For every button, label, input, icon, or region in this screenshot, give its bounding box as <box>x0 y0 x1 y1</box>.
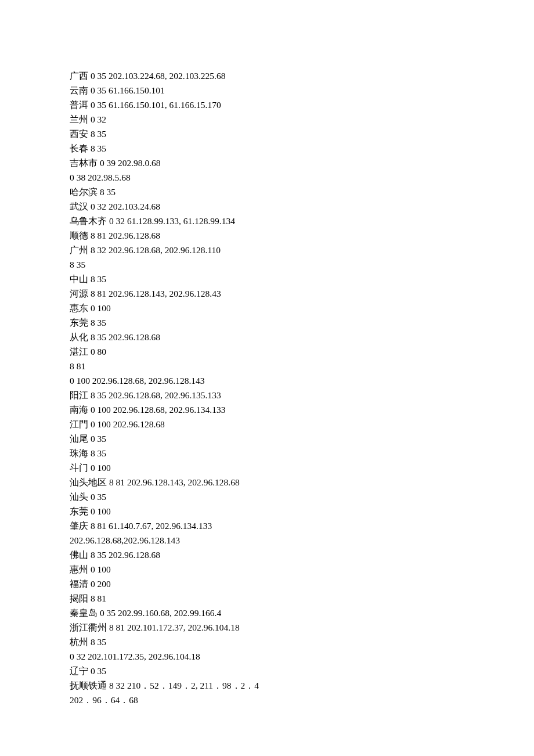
text-line: 0 38 202.98.5.68 <box>70 170 464 185</box>
text-line: 中山 8 35 <box>70 272 464 286</box>
text-line: 从化 8 35 202.96.128.68 <box>70 330 464 344</box>
text-line: 乌鲁木齐 0 32 61.128.99.133, 61.128.99.134 <box>70 214 464 228</box>
text-line: 江門 0 100 202.96.128.68 <box>70 417 464 431</box>
text-line: 湛江 0 80 <box>70 344 464 359</box>
text-line: 斗门 0 100 <box>70 460 464 475</box>
text-line: 河源 8 81 202.96.128.143, 202.96.128.43 <box>70 286 464 301</box>
text-line: 抚顺铁通 8 32 210．52．149．2, 211．98．2．4 <box>70 678 464 693</box>
text-line: 8 81 <box>70 359 464 373</box>
text-line: 西安 8 35 <box>70 127 464 141</box>
text-line: 顺德 8 81 202.96.128.68 <box>70 228 464 243</box>
text-line: 兰州 0 32 <box>70 112 464 127</box>
text-line: 东莞 8 35 <box>70 315 464 330</box>
text-line: 汕头地区 8 81 202.96.128.143, 202.96.128.68 <box>70 475 464 489</box>
text-line: 南海 0 100 202.96.128.68, 202.96.134.133 <box>70 402 464 417</box>
text-line: 浙江衢州 8 81 202.101.172.37, 202.96.104.18 <box>70 620 464 635</box>
text-line: 惠州 0 100 <box>70 562 464 577</box>
text-line: 杭州 8 35 <box>70 635 464 649</box>
text-line: 秦皇岛 0 35 202.99.160.68, 202.99.166.4 <box>70 606 464 620</box>
text-line: 揭阳 8 81 <box>70 591 464 606</box>
text-line: 佛山 8 35 202.96.128.68 <box>70 548 464 562</box>
text-line: 汕头 0 35 <box>70 489 464 504</box>
text-line: 吉林市 0 39 202.98.0.68 <box>70 156 464 170</box>
text-line: 辽宁 0 35 <box>70 664 464 678</box>
text-line: 哈尔滨 8 35 <box>70 185 464 199</box>
text-line: 云南 0 35 61.166.150.101 <box>70 83 464 98</box>
text-line: 汕尾 0 35 <box>70 431 464 446</box>
text-line: 0 32 202.101.172.35, 202.96.104.18 <box>70 649 464 664</box>
text-line: 8 35 <box>70 257 464 272</box>
document-page: 广西 0 35 202.103.224.68, 202.103.225.68云南… <box>0 0 534 756</box>
text-line: 普洱 0 35 61.166.150.101, 61.166.15.170 <box>70 98 464 112</box>
text-line: 阳江 8 35 202.96.128.68, 202.96.135.133 <box>70 388 464 402</box>
text-line: 福清 0 200 <box>70 577 464 591</box>
text-line: 202．96．64．68 <box>70 693 464 707</box>
text-line: 广州 8 32 202.96.128.68, 202.96.128.110 <box>70 243 464 257</box>
text-line: 广西 0 35 202.103.224.68, 202.103.225.68 <box>70 69 464 83</box>
text-line: 长春 8 35 <box>70 141 464 156</box>
text-line: 珠海 8 35 <box>70 446 464 460</box>
text-line: 0 100 202.96.128.68, 202.96.128.143 <box>70 373 464 388</box>
text-line: 武汉 0 32 202.103.24.68 <box>70 199 464 214</box>
text-line: 东莞 0 100 <box>70 504 464 519</box>
text-line: 202.96.128.68,202.96.128.143 <box>70 533 464 548</box>
text-line: 肇庆 8 81 61.140.7.67, 202.96.134.133 <box>70 519 464 533</box>
text-line: 惠东 0 100 <box>70 301 464 315</box>
